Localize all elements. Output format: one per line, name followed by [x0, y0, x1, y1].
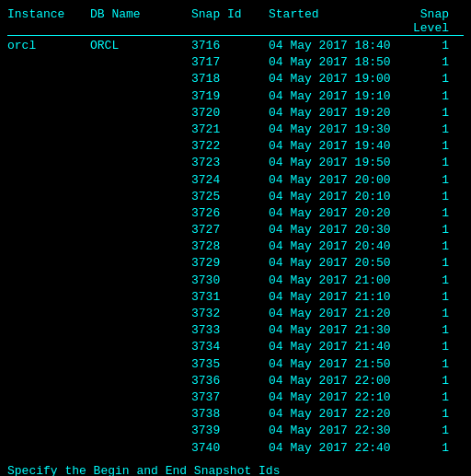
table-row: 373504 May 2017 21:501 — [7, 356, 464, 373]
cell-instance — [7, 373, 90, 389]
cell-instance — [7, 406, 90, 423]
cell-snaplevel: 1 — [394, 122, 449, 138]
cell-snapid: 3717 — [191, 54, 265, 71]
footer-line1: Specify the Begin and End Snapshot Ids — [7, 464, 464, 476]
cell-snaplevel: 1 — [394, 373, 449, 389]
cell-snapstarted: 04 May 2017 20:00 — [265, 172, 394, 189]
cell-instance — [7, 273, 90, 289]
cell-snapstarted: 04 May 2017 20:30 — [265, 222, 394, 238]
cell-snapstarted: 04 May 2017 20:40 — [265, 238, 394, 255]
cell-snapid: 3728 — [191, 238, 265, 255]
table-row: 372704 May 2017 20:301 — [7, 222, 464, 238]
cell-snapstarted: 04 May 2017 21:10 — [265, 289, 394, 306]
cell-instance — [7, 306, 90, 322]
cell-snapid: 3740 — [191, 440, 265, 457]
table-row: 373004 May 2017 21:001 — [7, 273, 464, 289]
cell-dbname — [90, 105, 191, 122]
cell-snapstarted: 04 May 2017 22:10 — [265, 389, 394, 406]
cell-dbname — [90, 155, 191, 171]
cell-instance — [7, 189, 90, 205]
cell-dbname — [90, 289, 191, 306]
cell-snaplevel: 1 — [394, 440, 449, 457]
cell-snapid: 3726 — [191, 205, 265, 222]
cell-instance — [7, 205, 90, 222]
table-header: InstanceDB NameSnap IdStartedSnapLevel — [7, 7, 464, 35]
table-row: orclORCL371604 May 2017 18:401 — [7, 38, 464, 54]
cell-instance — [7, 222, 90, 238]
header-snapstarted: Started — [265, 7, 394, 35]
cell-dbname — [90, 54, 191, 71]
cell-dbname — [90, 222, 191, 238]
cell-dbname — [90, 88, 191, 105]
cell-snapid: 3723 — [191, 155, 265, 171]
cell-dbname: ORCL — [90, 38, 191, 54]
cell-snapid: 3724 — [191, 172, 265, 189]
table-row: 372604 May 2017 20:201 — [7, 205, 464, 222]
cell-dbname — [90, 423, 191, 439]
cell-snaplevel: 1 — [394, 189, 449, 205]
table-row: 373304 May 2017 21:301 — [7, 322, 464, 339]
cell-instance: orcl — [7, 38, 90, 54]
table-row: 373804 May 2017 22:201 — [7, 406, 464, 423]
cell-snaplevel: 1 — [394, 306, 449, 322]
cell-snapstarted: 04 May 2017 21:00 — [265, 273, 394, 289]
cell-snapstarted: 04 May 2017 21:40 — [265, 339, 394, 355]
cell-snaplevel: 1 — [394, 273, 449, 289]
cell-dbname — [90, 189, 191, 205]
divider-line — [7, 35, 464, 36]
cell-instance — [7, 172, 90, 189]
cell-dbname — [90, 373, 191, 389]
cell-dbname — [90, 255, 191, 272]
cell-snapstarted: 04 May 2017 19:30 — [265, 122, 394, 138]
table-row: 373104 May 2017 21:101 — [7, 289, 464, 306]
cell-snapid: 3733 — [191, 322, 265, 339]
table-row: 372804 May 2017 20:401 — [7, 238, 464, 255]
cell-dbname — [90, 356, 191, 373]
cell-snaplevel: 1 — [394, 389, 449, 406]
cell-instance — [7, 356, 90, 373]
cell-snapstarted: 04 May 2017 18:40 — [265, 38, 394, 54]
cell-instance — [7, 289, 90, 306]
table-row: 373904 May 2017 22:301 — [7, 423, 464, 439]
table-row: 373204 May 2017 21:201 — [7, 306, 464, 322]
cell-instance — [7, 389, 90, 406]
cell-snaplevel: 1 — [394, 38, 449, 54]
cell-snapstarted: 04 May 2017 22:00 — [265, 373, 394, 389]
header-snaplevel: SnapLevel — [394, 7, 449, 35]
table-row: 373704 May 2017 22:101 — [7, 389, 464, 406]
cell-snaplevel: 1 — [394, 155, 449, 171]
cell-dbname — [90, 306, 191, 322]
cell-snapid: 3735 — [191, 356, 265, 373]
cell-dbname — [90, 138, 191, 155]
cell-snapid: 3729 — [191, 255, 265, 272]
cell-dbname — [90, 273, 191, 289]
table-row: 372204 May 2017 19:401 — [7, 138, 464, 155]
cell-instance — [7, 423, 90, 439]
table-row: 372104 May 2017 19:301 — [7, 122, 464, 138]
cell-snapstarted: 04 May 2017 22:40 — [265, 440, 394, 457]
header-instance: Instance — [7, 7, 90, 35]
cell-instance — [7, 440, 90, 457]
cell-snaplevel: 1 — [394, 356, 449, 373]
cell-snaplevel: 1 — [394, 88, 449, 105]
table-row: 372304 May 2017 19:501 — [7, 155, 464, 171]
cell-snaplevel: 1 — [394, 71, 449, 87]
cell-snapid: 3737 — [191, 389, 265, 406]
cell-snapstarted: 04 May 2017 20:50 — [265, 255, 394, 272]
cell-snaplevel: 1 — [394, 339, 449, 355]
cell-instance — [7, 105, 90, 122]
table-row: 373604 May 2017 22:001 — [7, 373, 464, 389]
table-body: orclORCL371604 May 2017 18:401371704 May… — [7, 38, 464, 457]
cell-instance — [7, 122, 90, 138]
cell-snaplevel: 1 — [394, 406, 449, 423]
cell-snaplevel: 1 — [394, 423, 449, 439]
cell-snaplevel: 1 — [394, 322, 449, 339]
cell-snapstarted: 04 May 2017 21:30 — [265, 322, 394, 339]
cell-snapid: 3739 — [191, 423, 265, 439]
cell-snapid: 3730 — [191, 273, 265, 289]
cell-snaplevel: 1 — [394, 255, 449, 272]
cell-dbname — [90, 122, 191, 138]
table-row: 372404 May 2017 20:001 — [7, 172, 464, 189]
table-row: 372904 May 2017 20:501 — [7, 255, 464, 272]
cell-snapid: 3738 — [191, 406, 265, 423]
